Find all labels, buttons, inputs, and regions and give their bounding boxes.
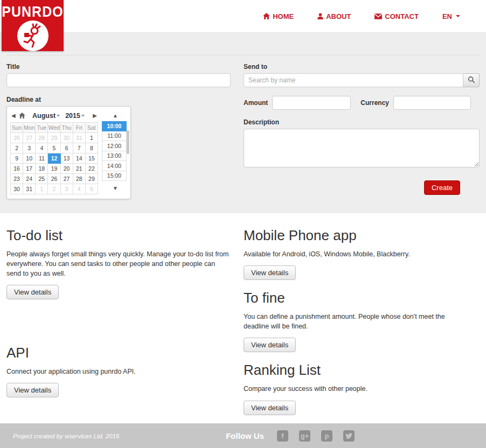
features-left-column: To-do list People always forget small th…	[6, 222, 231, 425]
datetime-picker: ◀ August 2015 ▶ SunMonTueWedThuFriSat 26…	[6, 106, 131, 199]
create-button[interactable]: Create	[424, 180, 460, 195]
day-of-week-header: Sun	[11, 123, 23, 133]
calendar-day[interactable]: 5	[85, 184, 98, 194]
calendar-day[interactable]: 6	[60, 143, 73, 153]
calendar-day[interactable]: 10	[23, 153, 36, 164]
pinterest-icon[interactable]: p	[321, 430, 332, 442]
view-details-button[interactable]: View details	[6, 383, 59, 397]
prev-month-icon[interactable]: ◀	[10, 113, 17, 118]
deadline-label: Deadline at	[6, 96, 231, 103]
calendar-day[interactable]: 17	[23, 164, 36, 174]
description-label: Description	[244, 118, 480, 126]
calendar-day[interactable]: 14	[73, 153, 85, 164]
calendar-day[interactable]: 27	[60, 174, 73, 184]
calendar-day[interactable]: 24	[23, 174, 36, 184]
day-of-week-header: Wed	[48, 123, 60, 133]
brand-logo[interactable]: PUNRDO	[2, 0, 64, 51]
amount-input[interactable]	[272, 96, 351, 110]
calendar-day[interactable]: 1	[36, 184, 48, 194]
time-scroll-down-icon[interactable]: ▼	[102, 183, 129, 194]
calendar-day[interactable]: 3	[23, 143, 36, 153]
calendar-day[interactable]: 29	[48, 133, 60, 143]
calendar-day[interactable]: 26	[48, 174, 60, 184]
title-input[interactable]	[6, 73, 231, 87]
view-details-button[interactable]: View details	[244, 401, 296, 415]
calendar-day[interactable]: 26	[11, 133, 23, 143]
year-select[interactable]: 2015	[65, 112, 85, 120]
calendar-day[interactable]: 23	[11, 174, 23, 184]
next-month-icon[interactable]: ▶	[92, 113, 98, 118]
feature-api: API Connect your application using punrd…	[6, 345, 231, 397]
view-details-button[interactable]: View details	[6, 285, 59, 299]
description-textarea[interactable]	[244, 129, 480, 167]
calendar-day[interactable]: 31	[73, 133, 85, 143]
user-icon	[317, 13, 323, 19]
calendar-day[interactable]: 9	[11, 153, 23, 164]
day-of-week-header: Tue	[36, 123, 48, 133]
form-left-column: Title Deadline at ◀ August 2015	[6, 63, 231, 199]
calendar-day[interactable]: 19	[48, 164, 60, 174]
time-slot[interactable]: 10:00	[102, 121, 127, 131]
google-plus-icon[interactable]: g+	[299, 430, 310, 442]
search-input[interactable]	[244, 73, 463, 87]
calendar-day[interactable]: 30	[60, 133, 73, 143]
feature-title: Ranking List	[244, 362, 480, 379]
runner-logo-icon	[17, 20, 48, 51]
calendar-day[interactable]: 2	[48, 184, 60, 194]
feature-title: To fine	[244, 290, 480, 306]
time-scroll-up-icon[interactable]: ▲	[102, 110, 129, 121]
currency-input[interactable]	[393, 96, 471, 110]
caret-down-icon	[456, 15, 460, 17]
envelope-icon	[374, 13, 382, 19]
calendar-day[interactable]: 21	[73, 164, 85, 174]
calendar-day[interactable]: 5	[48, 143, 60, 153]
nav-item-label: ABOUT	[326, 12, 351, 20]
nav-item-language[interactable]: EN	[442, 12, 460, 20]
calendar-day[interactable]: 15	[85, 153, 98, 164]
calendar-day[interactable]: 11	[36, 153, 48, 164]
calendar-day[interactable]: 12	[48, 153, 60, 164]
calendar-day[interactable]: 25	[36, 174, 48, 184]
calendar-day[interactable]: 3	[60, 184, 73, 194]
view-details-button[interactable]: View details	[244, 338, 296, 352]
time-slot[interactable]: 11:00	[102, 131, 127, 142]
calendar-day[interactable]: 18	[36, 164, 48, 174]
day-of-week-header: Mon	[23, 123, 36, 133]
time-scrollbar[interactable]	[127, 130, 129, 154]
calendar-day[interactable]: 30	[11, 184, 23, 194]
day-of-week-header: Thu	[60, 123, 73, 133]
nav-item-home[interactable]: HOME	[263, 12, 294, 20]
calendar-day[interactable]: 27	[23, 133, 36, 143]
time-slot[interactable]: 13:00	[102, 151, 127, 162]
facebook-icon[interactable]: f	[277, 430, 288, 442]
calendar-day[interactable]: 4	[36, 143, 48, 153]
calendar-day[interactable]: 8	[85, 143, 98, 153]
feature-text: Connect your application using punrdo AP…	[6, 367, 231, 376]
feature-text: You can define a punishment amount. Peop…	[244, 312, 470, 331]
feature-text: People always forget small things very q…	[6, 249, 231, 278]
twitter-icon[interactable]	[343, 430, 355, 442]
calendar-day[interactable]: 31	[23, 184, 36, 194]
calendar-day[interactable]: 7	[73, 143, 85, 153]
month-select[interactable]: August	[32, 112, 60, 120]
time-slot[interactable]: 15:00	[102, 171, 127, 181]
calendar-day[interactable]: 29	[85, 174, 98, 184]
calendar-day[interactable]: 28	[36, 133, 48, 143]
calendar-day[interactable]: 4	[73, 184, 85, 194]
calendar-day[interactable]: 13	[60, 153, 73, 164]
nav-item-contact[interactable]: CONTACT	[374, 12, 419, 20]
time-slot[interactable]: 12:00	[102, 141, 127, 151]
feature-title: API	[6, 345, 231, 361]
calendar-day[interactable]: 2	[11, 143, 23, 153]
view-details-button[interactable]: View details	[244, 265, 296, 280]
search-button[interactable]	[463, 73, 480, 87]
calendar-day[interactable]: 16	[11, 164, 23, 174]
nav-item-about[interactable]: ABOUT	[317, 12, 351, 20]
calendar-day[interactable]: 22	[85, 164, 98, 174]
calendar-day[interactable]: 20	[60, 164, 73, 174]
calendar-day[interactable]: 1	[85, 133, 98, 143]
time-slot[interactable]: 14:00	[102, 161, 127, 171]
calendar-home-icon[interactable]	[19, 113, 25, 118]
calendar-day[interactable]: 28	[73, 174, 85, 184]
follow-us-label: Follow Us	[226, 431, 264, 440]
